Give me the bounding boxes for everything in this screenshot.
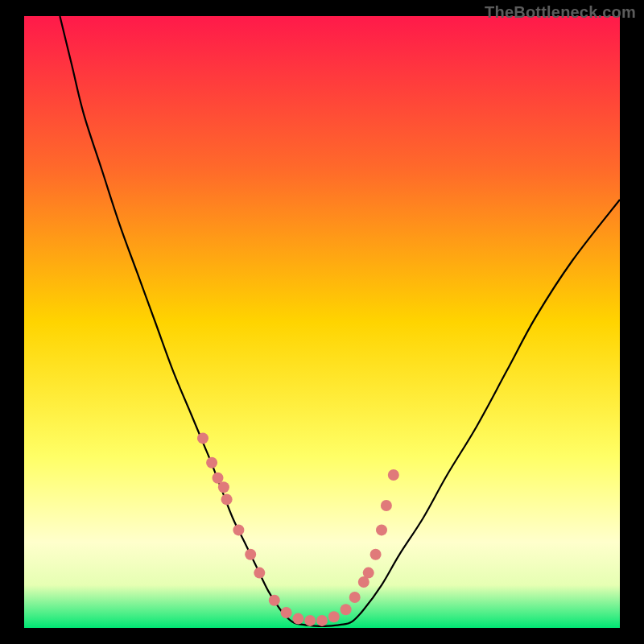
fit-marker bbox=[341, 604, 352, 615]
fit-marker bbox=[376, 524, 387, 535]
outer-frame: TheBottleneck.com bbox=[0, 0, 644, 644]
plot-area bbox=[24, 16, 620, 628]
fit-marker bbox=[206, 457, 217, 469]
fit-marker bbox=[245, 549, 256, 560]
fit-marker bbox=[233, 524, 244, 535]
fit-marker bbox=[197, 432, 208, 444]
bottleneck-chart bbox=[24, 16, 620, 628]
fit-marker bbox=[349, 592, 361, 603]
fit-marker bbox=[316, 615, 328, 626]
watermark-text: TheBottleneck.com bbox=[485, 3, 636, 22]
gradient-background bbox=[24, 16, 620, 628]
fit-marker bbox=[388, 469, 399, 481]
fit-marker bbox=[328, 611, 340, 622]
fit-marker bbox=[254, 568, 265, 579]
fit-marker bbox=[304, 615, 316, 626]
fit-marker bbox=[370, 549, 382, 560]
fit-marker bbox=[218, 481, 229, 493]
fit-marker bbox=[281, 607, 292, 618]
fit-marker bbox=[381, 500, 392, 511]
fit-marker bbox=[292, 613, 303, 625]
fit-marker bbox=[269, 595, 280, 606]
fit-marker bbox=[221, 493, 233, 505]
fit-marker bbox=[363, 568, 374, 579]
